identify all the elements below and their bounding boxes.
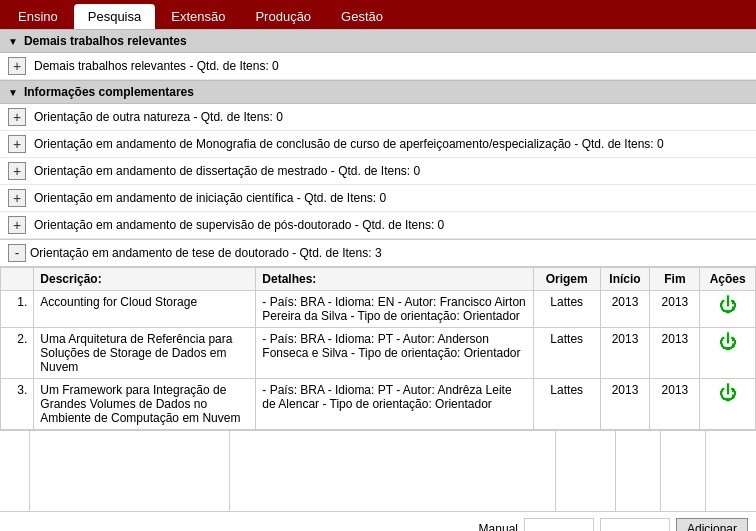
- cell-det-2: - País: BRA - Idioma: PT - Autor: Andrêz…: [256, 379, 534, 430]
- cell-num-0: 1.: [1, 291, 34, 328]
- cell-acoes-0[interactable]: ⏻: [700, 291, 756, 328]
- section2-item-0: + Orientação de outra natureza - Qtd. de…: [0, 104, 756, 131]
- cell-fim-0: 2013: [650, 291, 700, 328]
- empty-orig-cell: [556, 431, 616, 511]
- action-icon-1[interactable]: ⏻: [719, 332, 737, 352]
- tab-pesquisa[interactable]: Pesquisa: [74, 4, 155, 29]
- col-num: [1, 268, 34, 291]
- section2-add-4[interactable]: +: [8, 216, 26, 234]
- add-row: Manual Adicionar: [0, 511, 756, 531]
- section1-arrow: ▼: [8, 36, 18, 47]
- action-icon-0[interactable]: ⏻: [719, 295, 737, 315]
- col-orig: Origem: [533, 268, 600, 291]
- cell-ini-1: 2013: [600, 328, 650, 379]
- col-fim: Fim: [650, 268, 700, 291]
- cell-ini-2: 2013: [600, 379, 650, 430]
- tese-header-row: - Orientação em andamento de tese de dou…: [0, 240, 756, 267]
- section2-label-4: Orientação em andamento de supervisão de…: [34, 218, 444, 232]
- section2-header: ▼ Informações complementares: [0, 80, 756, 104]
- tab-gestao[interactable]: Gestão: [327, 4, 397, 29]
- section1-header: ▼ Demais trabalhos relevantes: [0, 29, 756, 53]
- tab-ensino[interactable]: Ensino: [4, 4, 72, 29]
- tab-extensao[interactable]: Extensão: [157, 4, 239, 29]
- section2-arrow: ▼: [8, 87, 18, 98]
- cell-acoes-1[interactable]: ⏻: [700, 328, 756, 379]
- section1-title: Demais trabalhos relevantes: [24, 34, 187, 48]
- table-row: 1. Accounting for Cloud Storage - País: …: [1, 291, 756, 328]
- section1-item-label: Demais trabalhos relevantes - Qtd. de It…: [34, 59, 279, 73]
- cell-num-1: 2.: [1, 328, 34, 379]
- tese-section: - Orientação em andamento de tese de dou…: [0, 239, 756, 531]
- add-button[interactable]: Adicionar: [676, 518, 748, 531]
- cell-fim-2: 2013: [650, 379, 700, 430]
- action-icon-2[interactable]: ⏻: [719, 383, 737, 403]
- manual-label: Manual: [479, 522, 518, 531]
- empty-num-cell: [0, 431, 30, 511]
- empty-input-row: [0, 430, 756, 511]
- cell-acoes-2[interactable]: ⏻: [700, 379, 756, 430]
- cell-fim-1: 2013: [650, 328, 700, 379]
- section2-label-2: Orientação em andamento de dissertação d…: [34, 164, 420, 178]
- tese-table: Descrição: Detalhes: Origem Início Fim A…: [0, 267, 756, 430]
- section1-add-button[interactable]: +: [8, 57, 26, 75]
- table-row: 2. Uma Arquitetura de Referência para So…: [1, 328, 756, 379]
- cell-det-0: - País: BRA - Idioma: EN - Autor: Franci…: [256, 291, 534, 328]
- section2-label-3: Orientação em andamento de iniciação cie…: [34, 191, 386, 205]
- table-header-row: Descrição: Detalhes: Origem Início Fim A…: [1, 268, 756, 291]
- empty-det-cell: [230, 431, 556, 511]
- cell-orig-2: Lattes: [533, 379, 600, 430]
- section2-add-2[interactable]: +: [8, 162, 26, 180]
- col-ini: Início: [600, 268, 650, 291]
- cell-det-1: - País: BRA - Idioma: PT - Autor: Anders…: [256, 328, 534, 379]
- cell-orig-0: Lattes: [533, 291, 600, 328]
- manual-input-1[interactable]: [524, 518, 594, 531]
- section2-add-0[interactable]: +: [8, 108, 26, 126]
- section2-title: Informações complementares: [24, 85, 194, 99]
- section2-add-1[interactable]: +: [8, 135, 26, 153]
- section2-item-4: + Orientação em andamento de supervisão …: [0, 212, 756, 239]
- empty-desc-cell: [30, 431, 230, 511]
- manual-input-2[interactable]: [600, 518, 670, 531]
- tab-bar: Ensino Pesquisa Extensão Produção Gestão: [0, 0, 756, 29]
- cell-orig-1: Lattes: [533, 328, 600, 379]
- empty-acoes-cell: [706, 431, 756, 511]
- cell-num-2: 3.: [1, 379, 34, 430]
- cell-ini-0: 2013: [600, 291, 650, 328]
- empty-ini-cell: [616, 431, 661, 511]
- section2-label-0: Orientação de outra natureza - Qtd. de I…: [34, 110, 283, 124]
- tese-collapse-button[interactable]: -: [8, 244, 26, 262]
- col-desc: Descrição:: [34, 268, 256, 291]
- tese-header-label: Orientação em andamento de tese de douto…: [30, 246, 382, 260]
- col-det: Detalhes:: [256, 268, 534, 291]
- cell-desc-2: Um Framework para Integração de Grandes …: [34, 379, 256, 430]
- cell-desc-0: Accounting for Cloud Storage: [34, 291, 256, 328]
- section2-item-3: + Orientação em andamento de iniciação c…: [0, 185, 756, 212]
- table-row: 3. Um Framework para Integração de Grand…: [1, 379, 756, 430]
- empty-fim-cell: [661, 431, 706, 511]
- section2-label-1: Orientação em andamento de Monografia de…: [34, 137, 664, 151]
- section2-item-2: + Orientação em andamento de dissertação…: [0, 158, 756, 185]
- col-acoes: Ações: [700, 268, 756, 291]
- section2-item-1: + Orientação em andamento de Monografia …: [0, 131, 756, 158]
- section1-item-row: + Demais trabalhos relevantes - Qtd. de …: [0, 53, 756, 80]
- cell-desc-1: Uma Arquitetura de Referência para Soluç…: [34, 328, 256, 379]
- section2-add-3[interactable]: +: [8, 189, 26, 207]
- tab-producao[interactable]: Produção: [241, 4, 325, 29]
